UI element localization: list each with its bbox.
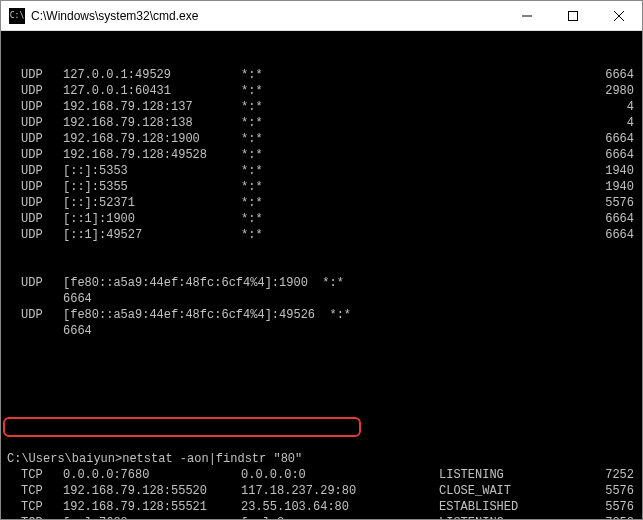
netstat-row: UDP192.168.79.128:1900*:*6664 xyxy=(7,131,636,147)
foreign-address: *:* xyxy=(241,99,263,115)
foreign-address: *:* xyxy=(241,83,263,99)
local-address: 127.0.0.1:49529 xyxy=(63,67,171,83)
foreign-address: *:* xyxy=(241,195,263,211)
foreign-address: *:* xyxy=(241,227,263,243)
pid: 6664 xyxy=(605,147,634,163)
proto: TCP xyxy=(21,515,43,519)
local-address: 127.0.0.1:60431 xyxy=(63,83,171,99)
proto: UDP xyxy=(21,211,43,227)
proto: TCP xyxy=(21,483,43,499)
prompt-path: C:\Users\baiyun> xyxy=(7,452,122,466)
local-address: 192.168.79.128:137 xyxy=(63,99,193,115)
netstat-row-wrap: 6664 xyxy=(7,323,636,339)
netstat-row: UDP192.168.79.128:49528*:*6664 xyxy=(7,147,636,163)
netstat-row: UDP[fe80::a5a9:44ef:48fc:6cf4%4]:1900 *:… xyxy=(7,275,636,291)
maximize-icon xyxy=(568,11,578,21)
pid: 6664 xyxy=(605,131,634,147)
local-address: 192.168.79.128:1900 xyxy=(63,131,200,147)
proto: TCP xyxy=(21,467,43,483)
proto: UDP xyxy=(21,115,43,131)
local-address: 192.168.79.128:138 xyxy=(63,115,193,131)
netstat-row: UDP[fe80::a5a9:44ef:48fc:6cf4%4]:49526 *… xyxy=(7,307,636,323)
foreign-address: [::]:0 xyxy=(241,515,284,519)
foreign-address: *:* xyxy=(241,147,263,163)
netstat-row: UDP[::]:5353*:*1940 xyxy=(7,163,636,179)
netstat-row: UDP[::1]:1900*:*6664 xyxy=(7,211,636,227)
foreign-address: 0.0.0.0:0 xyxy=(241,467,306,483)
command-text: netstat -aon|findstr "80" xyxy=(122,452,302,466)
highlight-box xyxy=(3,417,361,437)
proto: UDP xyxy=(21,83,43,99)
pid: 6664 xyxy=(605,211,634,227)
pid: 6664 xyxy=(605,227,634,243)
proto: TCP xyxy=(21,499,43,515)
close-button[interactable] xyxy=(596,1,642,30)
proto: UDP xyxy=(21,195,43,211)
netstat-row: UDP[::1]:49527*:*6664 xyxy=(7,227,636,243)
pid: 1940 xyxy=(605,179,634,195)
local-address: [::1]:49527 xyxy=(63,227,142,243)
proto: UDP xyxy=(21,67,43,83)
foreign-address: 23.55.103.64:80 xyxy=(241,499,349,515)
netstat-row: UDP192.168.79.128:137*:*4 xyxy=(7,99,636,115)
local-address: [::]:7680 xyxy=(63,515,128,519)
local-address: [::]:52371 xyxy=(63,195,135,211)
foreign-address: 117.18.237.29:80 xyxy=(241,483,356,499)
proto: UDP xyxy=(21,147,43,163)
blank-line xyxy=(7,371,636,387)
local-address: [fe80::a5a9:44ef:48fc:6cf4%4]:49526 *:* xyxy=(63,307,351,323)
netstat-row: TCP0.0.0.0:76800.0.0.0:0LISTENING7252 xyxy=(7,467,636,483)
foreign-address: *:* xyxy=(241,131,263,147)
proto: UDP xyxy=(21,99,43,115)
local-address: 192.168.79.128:49528 xyxy=(63,147,207,163)
foreign-address: *:* xyxy=(241,163,263,179)
netstat-row: UDP127.0.0.1:60431*:*2980 xyxy=(7,83,636,99)
proto: UDP xyxy=(21,163,43,179)
foreign-address: *:* xyxy=(241,179,263,195)
proto: UDP xyxy=(21,131,43,147)
pid: 5576 xyxy=(605,499,634,515)
netstat-row-wrap: 6664 xyxy=(7,291,636,307)
pid: 4 xyxy=(627,99,634,115)
close-icon xyxy=(614,11,624,21)
state: CLOSE_WAIT xyxy=(439,483,511,499)
local-address: [fe80::a5a9:44ef:48fc:6cf4%4]:1900 *:* xyxy=(63,275,344,291)
state: ESTABLISHED xyxy=(439,499,518,515)
state: LISTENING xyxy=(439,515,504,519)
proto: UDP xyxy=(21,307,43,323)
cmd-icon: C:\ xyxy=(9,8,25,24)
local-address: 192.168.79.128:55520 xyxy=(63,483,207,499)
minimize-button[interactable] xyxy=(504,1,550,30)
foreign-address: *:* xyxy=(241,115,263,131)
netstat-row: TCP192.168.79.128:5552123.55.103.64:80ES… xyxy=(7,499,636,515)
local-address: [::]:5353 xyxy=(63,163,128,179)
proto: UDP xyxy=(21,179,43,195)
pid: 7252 xyxy=(605,467,634,483)
pid: 6664 xyxy=(63,323,92,339)
local-address: 192.168.79.128:55521 xyxy=(63,499,207,515)
state: LISTENING xyxy=(439,467,504,483)
pid: 6664 xyxy=(63,291,92,307)
proto: UDP xyxy=(21,275,43,291)
netstat-row: UDP192.168.79.128:138*:*4 xyxy=(7,115,636,131)
pid: 6664 xyxy=(605,67,634,83)
local-address: [::]:5355 xyxy=(63,179,128,195)
window-controls xyxy=(504,1,642,30)
cmd-window: C:\ C:\Windows\system32\cmd.exe UDP127.0… xyxy=(0,0,643,520)
pid: 5576 xyxy=(605,195,634,211)
local-address: 0.0.0.0:7680 xyxy=(63,467,149,483)
svg-line-2 xyxy=(614,11,624,21)
pid: 5576 xyxy=(605,483,634,499)
netstat-row: UDP[::]:52371*:*5576 xyxy=(7,195,636,211)
foreign-address: *:* xyxy=(241,211,263,227)
svg-line-3 xyxy=(614,11,624,21)
pid: 2980 xyxy=(605,83,634,99)
svg-rect-1 xyxy=(569,11,578,20)
netstat-row: TCP[::]:7680[::]:0LISTENING7252 xyxy=(7,515,636,519)
titlebar[interactable]: C:\ C:\Windows\system32\cmd.exe xyxy=(1,1,642,31)
window-title: C:\Windows\system32\cmd.exe xyxy=(31,9,504,23)
terminal-output[interactable]: UDP127.0.0.1:49529*:*6664UDP127.0.0.1:60… xyxy=(1,31,642,519)
minimize-icon xyxy=(522,11,532,21)
netstat-row: UDP[::]:5355*:*1940 xyxy=(7,179,636,195)
maximize-button[interactable] xyxy=(550,1,596,30)
